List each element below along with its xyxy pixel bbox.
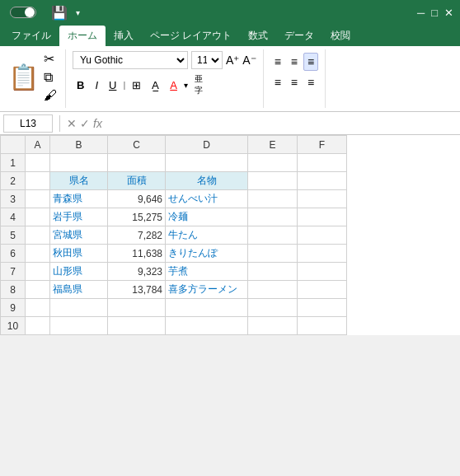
row-header-6[interactable]: 6 [1, 245, 26, 263]
cell-c8[interactable]: 13,784 [108, 281, 166, 299]
cell-c3[interactable]: 9,646 [108, 190, 166, 208]
cell-d3[interactable]: せんべい汁 [166, 190, 248, 208]
cell-c7[interactable]: 9,323 [108, 263, 166, 281]
cell-f2[interactable] [298, 172, 347, 190]
cell-d1[interactable] [166, 154, 248, 172]
cell-f7[interactable] [298, 263, 347, 281]
cell-e3[interactable] [248, 190, 298, 208]
cell-b8[interactable]: 福島県 [50, 281, 108, 299]
underline-button[interactable]: U [105, 77, 120, 93]
col-header-d[interactable]: D [166, 136, 248, 154]
row-header-7[interactable]: 7 [1, 263, 26, 281]
col-header-b[interactable]: B [50, 136, 108, 154]
align-top-center-button[interactable]: ≡ [287, 53, 302, 71]
maximize-icon[interactable]: □ [431, 7, 438, 19]
cell-c6[interactable]: 11,638 [108, 245, 166, 263]
cell-d5[interactable]: 牛たん [166, 226, 248, 245]
cell-c2[interactable]: 面積 [108, 172, 166, 190]
col-header-f[interactable]: F [298, 136, 347, 154]
tab-review[interactable]: 校閲 [322, 26, 359, 46]
cell-c10[interactable] [108, 317, 166, 335]
cell-e10[interactable] [248, 317, 298, 335]
cell-d9[interactable] [166, 299, 248, 317]
cell-f5[interactable] [298, 226, 347, 245]
cell-f1[interactable] [298, 154, 347, 172]
tab-insert[interactable]: 挿入 [106, 26, 142, 46]
cell-d8[interactable]: 喜多方ラーメン [166, 281, 248, 299]
cell-a1[interactable] [26, 154, 50, 172]
copy-icon[interactable]: ⧉ [44, 70, 57, 85]
font-size-select[interactable]: 11 89101214 [191, 51, 223, 69]
cell-d6[interactable]: きりたんぽ [166, 245, 248, 263]
cell-e5[interactable] [248, 226, 298, 245]
cell-b5[interactable]: 宮城県 [50, 226, 108, 245]
cell-a10[interactable] [26, 317, 50, 335]
align-mid-center-button[interactable]: ≡ [287, 73, 302, 91]
align-top-right-button[interactable]: ≡ [303, 53, 318, 71]
furigana-button[interactable]: 亜字 [190, 72, 207, 98]
font-name-select[interactable]: Yu Gothic [73, 51, 188, 69]
close-icon[interactable]: ✕ [444, 7, 453, 19]
fill-color-button[interactable]: A̲ [148, 77, 163, 93]
confirm-formula-icon[interactable]: ✓ [80, 117, 90, 130]
paste-button[interactable]: 📋 [8, 65, 39, 90]
col-header-e[interactable]: E [248, 136, 298, 154]
row-header-2[interactable]: 2 [1, 172, 26, 190]
format-painter-icon[interactable]: 🖌 [44, 88, 57, 103]
cell-f8[interactable] [298, 281, 347, 299]
cell-f10[interactable] [298, 317, 347, 335]
row-header-10[interactable]: 10 [1, 317, 26, 335]
cell-e1[interactable] [248, 154, 298, 172]
row-header-4[interactable]: 4 [1, 208, 26, 226]
formula-input[interactable] [106, 116, 457, 131]
cell-e4[interactable] [248, 208, 298, 226]
cancel-formula-icon[interactable]: ✕ [67, 117, 77, 130]
autosave-toggle[interactable] [7, 7, 40, 18]
cell-a7[interactable] [26, 263, 50, 281]
cell-a9[interactable] [26, 299, 50, 317]
cell-c4[interactable]: 15,275 [108, 208, 166, 226]
tab-page-layout[interactable]: ページ レイアウト [142, 26, 240, 46]
italic-button[interactable]: I [91, 77, 102, 93]
row-header-8[interactable]: 8 [1, 281, 26, 299]
col-header-c[interactable]: C [108, 136, 166, 154]
cell-b7[interactable]: 山形県 [50, 263, 108, 281]
cell-a8[interactable] [26, 281, 50, 299]
cell-a5[interactable] [26, 226, 50, 245]
cell-c9[interactable] [108, 299, 166, 317]
cell-c1[interactable] [108, 154, 166, 172]
cell-reference-input[interactable] [3, 114, 53, 133]
tab-home[interactable]: ホーム [59, 26, 106, 46]
align-top-left-button[interactable]: ≡ [270, 53, 285, 71]
cell-b4[interactable]: 岩手県 [50, 208, 108, 226]
row-header-3[interactable]: 3 [1, 190, 26, 208]
cell-b9[interactable] [50, 299, 108, 317]
font-grow-button[interactable]: A⁺ [226, 54, 239, 67]
font-shrink-button[interactable]: A⁻ [242, 54, 256, 67]
save-icon[interactable]: 💾 [51, 5, 68, 21]
cell-b10[interactable] [50, 317, 108, 335]
cell-f6[interactable] [298, 245, 347, 263]
align-mid-right-button[interactable]: ≡ [303, 73, 318, 91]
insert-function-icon[interactable]: fx [93, 117, 102, 130]
cell-b6[interactable]: 秋田県 [50, 245, 108, 263]
border-button[interactable]: ⊞ [128, 77, 145, 93]
cell-a6[interactable] [26, 245, 50, 263]
cell-b1[interactable] [50, 154, 108, 172]
cell-e8[interactable] [248, 281, 298, 299]
toggle-pill[interactable] [10, 7, 36, 18]
dropdown-icon[interactable]: ▾ [76, 8, 80, 17]
cell-f9[interactable] [298, 299, 347, 317]
cell-f3[interactable] [298, 190, 347, 208]
cell-f4[interactable] [298, 208, 347, 226]
tab-file[interactable]: ファイル [3, 26, 59, 46]
bold-button[interactable]: B [73, 77, 88, 93]
col-header-a[interactable]: A [26, 136, 50, 154]
cell-b3[interactable]: 青森県 [50, 190, 108, 208]
align-mid-left-button[interactable]: ≡ [270, 73, 285, 91]
tab-formulas[interactable]: 数式 [240, 26, 276, 46]
cell-e2[interactable] [248, 172, 298, 190]
cell-e6[interactable] [248, 245, 298, 263]
cell-a4[interactable] [26, 208, 50, 226]
cut-icon[interactable]: ✂ [44, 51, 57, 67]
